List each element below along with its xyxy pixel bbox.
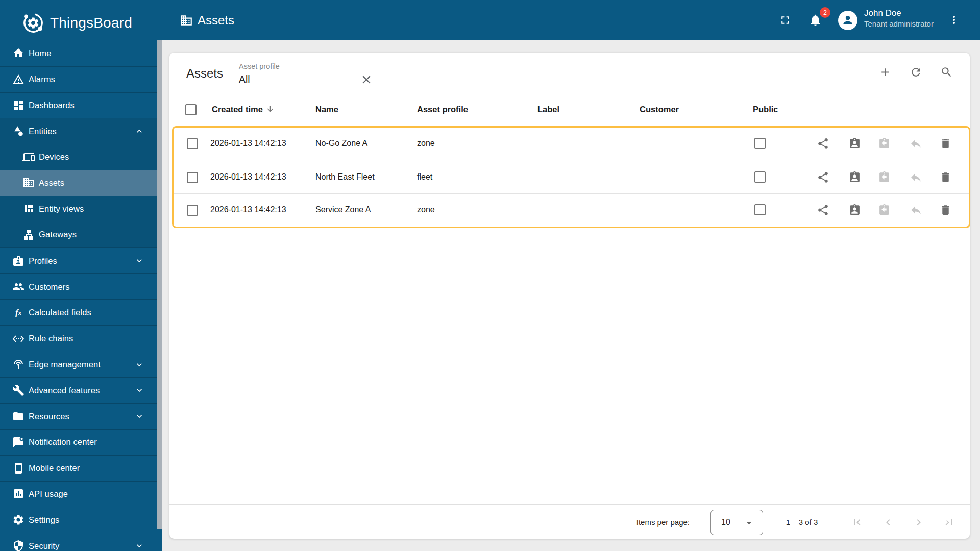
cell-asset-profile: fleet (417, 172, 432, 182)
sidebar-item-notification-center[interactable]: Notification center (0, 429, 157, 455)
mobile-center-icon (12, 462, 24, 474)
unassign-from-customer-button[interactable] (878, 204, 891, 216)
unassign-from-customer-button[interactable] (878, 171, 891, 184)
last-page-button[interactable] (943, 516, 955, 529)
logo[interactable]: ThingsBoard (20, 11, 132, 35)
sidebar-item-assets[interactable]: Assets (0, 170, 157, 196)
make-private-button[interactable] (910, 137, 922, 150)
assign-to-customer-button[interactable] (848, 171, 861, 184)
filter-label: Asset profile (239, 62, 374, 71)
public-checkbox[interactable] (754, 204, 766, 215)
make-private-icon (910, 171, 922, 184)
sidebar-item-label: Profiles (29, 256, 57, 266)
page-title-group: Assets (180, 13, 234, 28)
column-header-customer[interactable]: Customer (640, 105, 679, 114)
top-header: ThingsBoard Assets 2 John Doe Tenant adm… (0, 0, 980, 40)
column-header-asset-profile[interactable]: Asset profile (417, 105, 468, 114)
sidebar-item-label: Security (29, 541, 59, 551)
rule-chains-icon (12, 333, 24, 345)
sidebar-item-label: Calculated fields (29, 308, 91, 317)
sidebar-item-advanced-features[interactable]: Advanced features (0, 377, 157, 403)
share-button[interactable] (817, 204, 829, 216)
sidebar-item-mobile-center[interactable]: Mobile center (0, 455, 157, 481)
sidebar-scrollbar[interactable] (157, 40, 162, 529)
chevron-down-icon (134, 256, 144, 266)
refresh-button[interactable] (910, 66, 922, 79)
sidebar-item-label: API usage (29, 489, 68, 499)
row-checkbox[interactable] (187, 138, 198, 149)
api-usage-icon (12, 488, 24, 500)
page-size-select[interactable]: 10 (710, 510, 763, 535)
sidebar-item-profiles[interactable]: Profiles (0, 247, 157, 273)
delete-button[interactable] (939, 171, 952, 184)
delete-button[interactable] (939, 204, 952, 216)
add-asset-button[interactable] (879, 66, 892, 79)
edge-management-icon (12, 358, 24, 370)
row-checkbox[interactable] (187, 172, 198, 183)
chevron-down-icon (744, 518, 754, 529)
chevron-down-icon (134, 385, 144, 395)
asset-profile-filter[interactable]: Asset profile All (239, 59, 374, 86)
sidebar-item-devices[interactable]: Devices (0, 144, 157, 170)
highlighted-rows-group: 2026-01-13 14:42:13No-Go Zone Azone2026-… (172, 126, 970, 228)
user-info[interactable]: John Doe Tenant administrator (864, 8, 934, 29)
sidebar-item-edge-management[interactable]: Edge management (0, 352, 157, 378)
fullscreen-button[interactable] (779, 14, 792, 27)
table-row[interactable]: 2026-01-13 14:42:13No-Go Zone Azone (174, 128, 969, 161)
chevron-down-icon (134, 411, 144, 421)
notifications-badge: 2 (820, 7, 830, 18)
sidebar-item-gateways[interactable]: Gateways (0, 222, 157, 248)
delete-icon (939, 171, 952, 184)
sidebar-item-security[interactable]: Security (0, 533, 157, 551)
previous-page-button[interactable] (882, 516, 894, 529)
assign-to-customer-icon (848, 137, 861, 150)
next-page-button[interactable] (913, 516, 925, 529)
sidebar-item-dashboards[interactable]: Dashboards (0, 92, 157, 118)
sidebar-item-resources[interactable]: Resources (0, 403, 157, 429)
sidebar-item-entities[interactable]: Entities (0, 118, 157, 144)
assign-to-customer-button[interactable] (848, 137, 861, 150)
share-button[interactable] (817, 137, 829, 150)
select-all-checkbox[interactable] (185, 104, 197, 115)
column-header-name[interactable]: Name (315, 105, 338, 114)
sidebar-item-label: Notification center (29, 437, 97, 447)
make-private-button[interactable] (910, 171, 922, 184)
more-menu-button[interactable] (948, 14, 960, 26)
cell-asset-profile: zone (417, 205, 435, 214)
sidebar-item-label: Rule chains (29, 334, 73, 343)
sidebar-item-api-usage[interactable]: API usage (0, 481, 157, 507)
table-row[interactable]: 2026-01-13 14:42:13Service Zone Azone (174, 193, 969, 227)
delete-button[interactable] (939, 137, 952, 150)
paginator: Items per page: 10 1 – 3 of 3 (169, 504, 970, 539)
column-header-public[interactable]: Public (753, 105, 778, 114)
make-private-button[interactable] (910, 204, 922, 216)
sidebar-item-label: Edge management (29, 360, 101, 369)
column-header-created-time[interactable]: Created time (212, 105, 263, 114)
public-checkbox[interactable] (754, 171, 766, 183)
assets-card: Assets Asset profile All Created tim (169, 53, 970, 539)
column-header-label[interactable]: Label (537, 105, 559, 114)
clear-filter-button[interactable] (360, 73, 373, 86)
sidebar-item-rule-chains[interactable]: Rule chains (0, 325, 157, 352)
cell-created-time: 2026-01-13 14:42:13 (210, 172, 286, 182)
assign-to-customer-button[interactable] (848, 204, 861, 216)
sidebar-item-home[interactable]: Home (0, 40, 157, 66)
share-button[interactable] (817, 171, 829, 184)
cell-asset-profile: zone (417, 139, 435, 148)
public-checkbox[interactable] (754, 138, 766, 149)
row-checkbox[interactable] (187, 205, 198, 216)
sidebar-nav: HomeAlarmsDashboardsEntitiesDevicesAsset… (0, 40, 157, 551)
sidebar-item-customers[interactable]: Customers (0, 273, 157, 299)
table-row[interactable]: 2026-01-13 14:42:13North East Fleetfleet (174, 161, 969, 194)
avatar[interactable] (838, 11, 857, 30)
sidebar-item-calculated-fields[interactable]: fxCalculated fields (0, 299, 157, 325)
unassign-from-customer-button[interactable] (878, 137, 891, 150)
sort-desc-icon[interactable] (266, 105, 275, 113)
sidebar-item-entity-views[interactable]: Entity views (0, 196, 157, 222)
sidebar-item-alarms[interactable]: Alarms (0, 66, 157, 92)
alarms-icon (12, 73, 24, 86)
first-page-button[interactable] (851, 516, 863, 529)
sidebar-item-settings[interactable]: Settings (0, 507, 157, 533)
cell-created-time: 2026-01-13 14:42:13 (210, 139, 286, 148)
search-button[interactable] (940, 66, 953, 79)
